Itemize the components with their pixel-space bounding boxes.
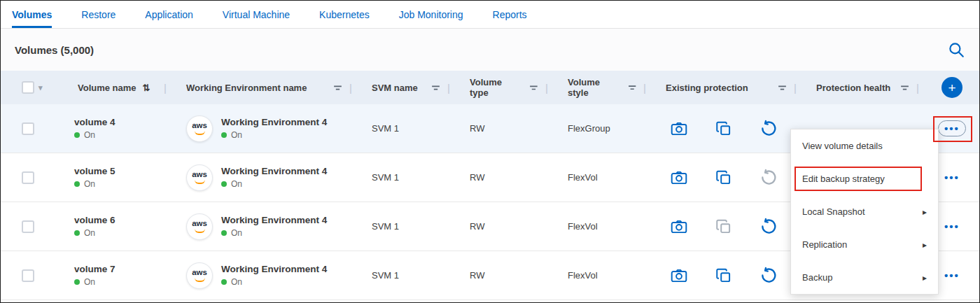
volume-name: volume 7: [74, 264, 115, 274]
row-checkbox[interactable]: [22, 122, 34, 135]
column-divider: |: [447, 82, 456, 94]
volume-style: FlexVol: [554, 153, 652, 202]
aws-logo: aws: [186, 213, 213, 240]
app-window: Volumes Restore Application Virtual Mach…: [0, 0, 980, 303]
menu-item-backup[interactable]: Backup▸: [791, 261, 938, 294]
filter-icon[interactable]: [627, 83, 637, 93]
existing-protection-icons: [652, 202, 802, 251]
volume-type: RW: [456, 104, 554, 153]
volume-status: On: [74, 277, 115, 287]
status-dot: [221, 132, 227, 138]
status-dot: [74, 132, 80, 138]
snapshot-camera-icon: [670, 120, 688, 138]
volume-type: RW: [456, 202, 554, 251]
backup-restore-icon: [760, 120, 778, 138]
svm-name: SVM 1: [358, 202, 456, 251]
volume-style: FlexVol: [554, 202, 652, 251]
working-environment-name: Working Environment 4: [221, 264, 327, 274]
filter-icon[interactable]: [332, 83, 343, 93]
select-all-checkbox[interactable]: [22, 81, 34, 94]
working-environment-status: On: [221, 228, 327, 238]
working-environment-name: Working Environment 4: [221, 215, 327, 225]
filter-icon[interactable]: [777, 83, 788, 93]
row-checkbox[interactable]: [22, 269, 34, 282]
filter-icon[interactable]: [430, 83, 441, 93]
tab-kubernetes[interactable]: Kubernetes: [319, 1, 370, 28]
aws-logo: aws: [186, 262, 213, 289]
column-header-volume-type: Volume type: [470, 77, 522, 98]
row-actions-menu-button[interactable]: •••: [940, 169, 964, 185]
replication-copy-icon: [715, 267, 733, 285]
volume-name: volume 6: [74, 215, 115, 225]
working-environment-name: Working Environment 4: [221, 117, 327, 127]
menu-item-replication[interactable]: Replication▸: [791, 228, 938, 261]
add-column-button[interactable]: +: [941, 77, 962, 98]
column-divider: |: [643, 82, 652, 94]
volume-name: volume 4: [74, 117, 115, 127]
section-header: Volumes (5,000): [1, 29, 979, 71]
search-icon[interactable]: [947, 41, 965, 59]
menu-item-edit-backup-strategy[interactable]: Edit backup strategy: [791, 162, 938, 195]
volume-style: FlexVol: [554, 251, 652, 300]
menu-item-local-snapshot[interactable]: Local Snapshot▸: [791, 195, 938, 228]
existing-protection-icons: [652, 153, 802, 202]
tab-reports[interactable]: Reports: [493, 1, 527, 28]
row-actions-menu-button[interactable]: •••: [938, 120, 966, 136]
column-header-working-environment: Working Environment name: [186, 83, 307, 93]
snapshot-camera-icon: [670, 267, 688, 285]
chevron-down-icon[interactable]: ▾: [38, 83, 43, 92]
tab-job-monitoring[interactable]: Job Monitoring: [399, 1, 463, 28]
volume-name: volume 5: [74, 166, 115, 176]
working-environment-status: On: [221, 179, 327, 189]
status-dot: [221, 279, 227, 285]
replication-copy-icon: [715, 120, 733, 138]
working-environment-name: Working Environment 4: [221, 166, 327, 176]
column-divider: |: [916, 82, 925, 94]
column-divider: |: [545, 82, 554, 94]
replication-copy-icon: [715, 218, 733, 236]
tab-restore[interactable]: Restore: [81, 1, 115, 28]
aws-logo: aws: [186, 115, 213, 142]
existing-protection-icons: [652, 104, 802, 153]
column-divider: |: [164, 82, 172, 94]
row-checkbox[interactable]: [22, 171, 34, 184]
backup-restore-icon: [760, 218, 778, 236]
tab-volumes[interactable]: Volumes: [12, 1, 52, 28]
row-checkbox[interactable]: [22, 220, 34, 233]
row-actions-menu-button[interactable]: •••: [940, 218, 964, 234]
status-dot: [221, 230, 227, 236]
volume-status: On: [74, 130, 115, 140]
aws-smile-icon: [195, 278, 205, 282]
filter-icon[interactable]: [899, 83, 910, 93]
column-header-existing-protection: Existing protection: [666, 83, 748, 93]
column-header-svm-name: SVM name: [372, 83, 418, 93]
volume-style: FlexGroup: [554, 104, 652, 153]
svm-name: SVM 1: [358, 104, 456, 153]
top-nav: Volumes Restore Application Virtual Mach…: [1, 1, 979, 29]
row-actions-menu-button[interactable]: •••: [940, 267, 964, 283]
volume-status: On: [74, 228, 115, 238]
submenu-arrow-icon: ▸: [923, 240, 927, 250]
backup-restore-icon: [760, 169, 778, 187]
tab-virtual-machine[interactable]: Virtual Machine: [223, 1, 290, 28]
sort-icon[interactable]: ⇅: [143, 83, 150, 93]
svm-name: SVM 1: [358, 153, 456, 202]
snapshot-camera-icon: [670, 218, 688, 236]
column-header-protection-health: Protection health: [816, 83, 890, 93]
replication-copy-icon: [715, 169, 733, 187]
column-header-volume-name: Volume name: [78, 83, 136, 93]
existing-protection-icons: [652, 251, 802, 300]
status-dot: [74, 230, 80, 236]
filter-icon[interactable]: [528, 83, 539, 93]
tab-application[interactable]: Application: [145, 1, 193, 28]
table-header: ▾ Volume name ⇅ | Working Environment na…: [1, 71, 979, 104]
page-title: Volumes (5,000): [15, 44, 94, 56]
volume-type: RW: [456, 153, 554, 202]
column-divider: |: [349, 82, 358, 94]
menu-item-view-volume-details[interactable]: View volume details: [791, 129, 938, 162]
column-divider: |: [794, 82, 802, 94]
aws-logo: aws: [186, 164, 213, 191]
status-dot: [74, 181, 80, 187]
aws-smile-icon: [195, 131, 205, 135]
aws-smile-icon: [195, 180, 205, 184]
